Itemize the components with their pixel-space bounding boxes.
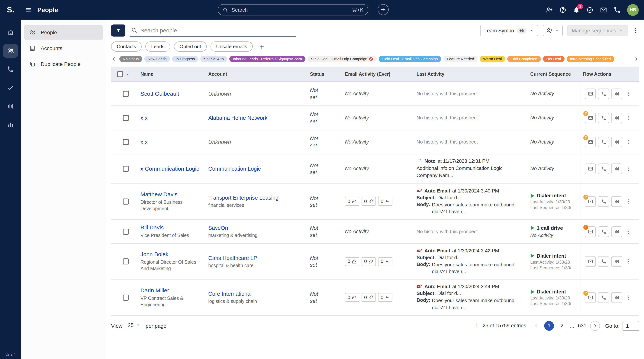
account-link[interactable]: Core International [208, 291, 304, 297]
select-all-checkbox[interactable] [117, 71, 123, 77]
tag-chip-intro-meeting-scheduled[interactable]: Intro Meeting Scheduled [566, 56, 614, 62]
rail-item-tasks[interactable] [3, 81, 18, 94]
row-checkbox[interactable] [123, 166, 129, 172]
page-2-button[interactable]: 2 [557, 321, 567, 331]
row-kebab-button[interactable] [624, 196, 632, 207]
tag-chip-stale-deal-email-drip-campaign[interactable]: Stale Deal - Email Drip Campaign [308, 56, 376, 62]
row-mail-button[interactable] [585, 88, 596, 99]
next-page-button[interactable] [590, 321, 600, 331]
row-phone-button[interactable] [598, 136, 609, 147]
row-phone-button[interactable] [598, 256, 609, 267]
help-button[interactable] [559, 6, 566, 13]
tag-chip-cold-deal-email-drip-campaign[interactable]: Cold Deal - Email Drip Campaign [379, 56, 441, 62]
row-sequence-steps-button[interactable] [611, 136, 622, 147]
page-1-button[interactable]: 1 [544, 321, 554, 331]
tab-leads[interactable]: Leads [146, 42, 170, 52]
scroll-tags-right-button[interactable] [634, 56, 639, 62]
last-page-button[interactable]: 631 [577, 321, 587, 331]
mail-button[interactable] [600, 6, 607, 13]
tab-contacts[interactable]: Contacts [111, 42, 142, 52]
row-phone-button[interactable] [598, 164, 609, 174]
check-circle-button[interactable] [586, 6, 594, 13]
team-select[interactable]: Team Symbo +5 [480, 25, 538, 36]
column-header-status[interactable]: Status [307, 72, 342, 77]
add-person-button[interactable] [543, 25, 563, 36]
row-sequence-steps-button[interactable] [611, 226, 622, 237]
tag-chip-trial-completed[interactable]: Trial Completed [508, 56, 540, 62]
account-link[interactable]: Transport Enterprise Leasing [208, 195, 304, 201]
row-checkbox[interactable] [123, 294, 129, 300]
row-sequence-steps-button[interactable] [611, 292, 622, 303]
column-header-name[interactable]: Name [138, 72, 205, 77]
row-checkbox[interactable] [123, 90, 129, 96]
goto-page-input[interactable] [622, 321, 639, 331]
row-checkbox[interactable] [123, 258, 129, 265]
row-sequence-steps-button[interactable] [611, 196, 622, 207]
rail-item-analytics[interactable] [3, 118, 18, 132]
rail-item-home[interactable] [3, 26, 18, 39]
chevron-down-icon[interactable] [126, 72, 130, 76]
tag-chip-feature-needed[interactable]: Feature Needed [444, 56, 478, 62]
row-phone-button[interactable] [598, 112, 609, 123]
row-mail-button[interactable]: ? [585, 196, 596, 207]
rail-item-people[interactable] [3, 44, 18, 58]
person-name-link[interactable]: Darin Miller [140, 287, 202, 294]
account-link[interactable]: Caris Healthcare LP [208, 255, 304, 261]
person-name-link[interactable]: x x [140, 114, 202, 121]
person-name-link[interactable]: John Bolek [140, 251, 202, 258]
tab-opted-out[interactable]: Opted out [174, 42, 206, 52]
row-checkbox[interactable] [123, 139, 129, 145]
column-header-current-sequence[interactable]: Current Sequence [527, 72, 580, 77]
filter-button[interactable] [111, 24, 126, 36]
tag-chip-inbound-leads-referrals-signups-spam[interactable]: Inbound Leads - Referrals/Signups/Spam [229, 56, 305, 62]
column-header-account[interactable]: Account [205, 72, 307, 77]
person-name-link[interactable]: x Communication Logic [140, 166, 202, 172]
row-kebab-button[interactable] [624, 88, 632, 99]
prev-page-button[interactable] [532, 321, 541, 331]
row-mail-button[interactable]: ? [585, 292, 596, 303]
account-link[interactable]: SaveOn [208, 225, 304, 231]
row-phone-button[interactable] [598, 292, 609, 303]
person-name-link[interactable]: Matthew Davis [140, 191, 202, 198]
person-add-button[interactable] [546, 6, 553, 13]
row-sequence-steps-button[interactable] [611, 164, 622, 174]
row-sequence-steps-button[interactable] [611, 256, 622, 267]
scroll-tags-left-button[interactable] [111, 56, 117, 62]
phone-button[interactable] [614, 6, 621, 13]
tag-chip-in-progress[interactable]: In Progress [172, 56, 198, 62]
row-phone-button[interactable] [598, 88, 609, 99]
per-page-select[interactable]: 25 [126, 322, 142, 330]
row-mail-button[interactable] [585, 256, 596, 267]
row-mail-button[interactable]: ! [585, 226, 596, 237]
person-name-link[interactable]: Scott Guibeault [140, 90, 202, 97]
row-phone-button[interactable] [598, 196, 609, 207]
person-name-link[interactable]: Bill Davis [140, 224, 202, 230]
sidebar-item-accounts[interactable]: Accounts [24, 41, 103, 56]
tag-chip-special-attn[interactable]: Special Attn [200, 56, 227, 62]
row-kebab-button[interactable] [624, 136, 632, 147]
row-checkbox[interactable] [123, 115, 129, 121]
row-kebab-button[interactable] [624, 226, 632, 237]
row-kebab-button[interactable] [624, 164, 632, 174]
add-list-button[interactable] [259, 44, 265, 50]
person-name-link[interactable]: x x [140, 139, 202, 145]
column-header-email-activity[interactable]: Email Activity (Ever) [342, 72, 414, 77]
account-link[interactable]: Alabama Home Network [208, 115, 304, 121]
sidebar-item-duplicate-people[interactable]: Duplicate People [24, 56, 103, 72]
manage-sequences-button[interactable]: Manage sequences [567, 25, 628, 36]
row-phone-button[interactable] [598, 226, 609, 237]
sidebar-toggle-button[interactable] [25, 6, 32, 13]
people-search-input[interactable] [140, 27, 294, 33]
row-kebab-button[interactable] [624, 256, 632, 267]
quick-add-button[interactable] [378, 4, 389, 15]
row-checkbox[interactable] [123, 198, 129, 204]
tag-chip-hot-deal[interactable]: Hot Deal [543, 56, 564, 62]
tag-chip-new-leads[interactable]: New Leads [144, 56, 170, 62]
row-mail-button[interactable] [585, 164, 596, 174]
row-sequence-steps-button[interactable] [611, 112, 622, 123]
row-sequence-steps-button[interactable] [611, 88, 622, 99]
tag-chip-warm-deal[interactable]: Warm Deal [480, 56, 505, 62]
bell-button[interactable]: 1 [573, 6, 580, 13]
global-search-input[interactable]: Search ⌘+K [218, 4, 368, 16]
account-link[interactable]: Communication Logic [208, 166, 304, 172]
